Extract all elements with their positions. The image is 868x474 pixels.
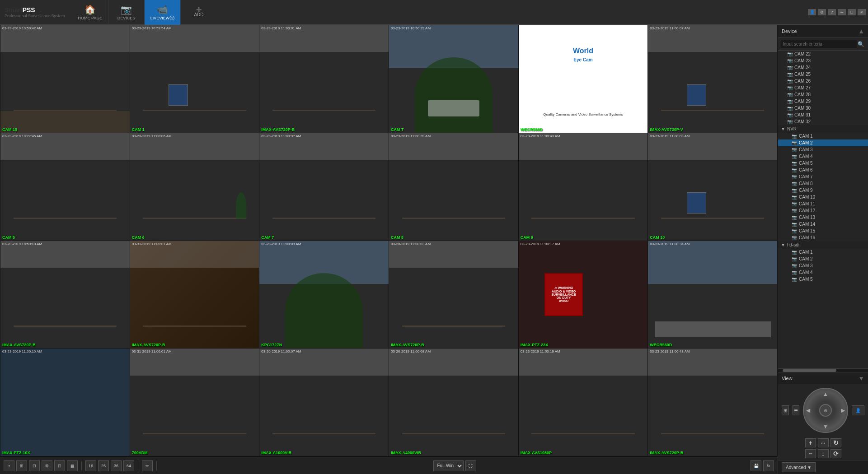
ptz-up-arrow[interactable]: ▲ bbox=[823, 391, 828, 397]
device-group-hd-sdi[interactable]: ▼ hd-sdi bbox=[778, 241, 868, 249]
cam-cell-3[interactable]: 03-23-2019 11:00:01 AM IMAX-AVS720P-B bbox=[259, 25, 389, 133]
layout-2x2-btn[interactable]: ⊞ bbox=[16, 460, 27, 471]
cam-cell-8[interactable]: 03-23-2019 11:00:06 AM CAM 6 bbox=[130, 133, 259, 241]
refresh-btn[interactable]: ↻ bbox=[763, 460, 774, 471]
zoom-wide-btn[interactable]: ↔ bbox=[818, 438, 829, 447]
cam-cell-23[interactable]: 03-23-2019 11:00:19 AM IMAX-AVS1080P bbox=[519, 349, 648, 456]
cam-cell-11[interactable]: 03-23-2019 11:00:43 AM CAM 9 bbox=[519, 133, 648, 241]
device-item-nvr-cam15[interactable]: 📷CAM 15 bbox=[778, 228, 868, 234]
device-item-nvr-cam13[interactable]: 📷CAM 13 bbox=[778, 214, 868, 221]
nav-liveview[interactable]: 📹 LIVEVIEW(1) bbox=[145, 0, 181, 25]
nav-home[interactable]: 🏠 HOME PAGE bbox=[72, 0, 108, 25]
device-item-nvr-cam9[interactable]: 📷CAM 9 bbox=[778, 187, 868, 194]
cam-cell-13[interactable]: 03-23-2019 10:50:18 AM IMAX-AVS720P-B bbox=[0, 241, 130, 349]
layout-1x1-btn[interactable]: ▪ bbox=[4, 460, 14, 471]
view-collapse-btn[interactable]: ▼ bbox=[858, 375, 864, 382]
cam-cell-14[interactable]: 03-31-2019 11:00:01 AM IMAX-AVS720P-B bbox=[130, 241, 259, 349]
device-item-cam24[interactable]: 📷CAM 24 bbox=[778, 64, 868, 71]
device-item-nvr-cam12[interactable]: 📷CAM 12 bbox=[778, 207, 868, 214]
zoom-sync-btn[interactable]: ⟳ bbox=[830, 449, 841, 458]
device-item-nvr-cam7[interactable]: 📷CAM 7 bbox=[778, 173, 868, 180]
advanced-btn[interactable]: Advanced ▼ bbox=[782, 462, 816, 472]
device-item-nvr-cam1[interactable]: 📷CAM 1 bbox=[778, 133, 868, 139]
cam-cell-12[interactable]: 03-23-2019 11:00:03 AM CAM 10 bbox=[648, 133, 777, 241]
device-item-nvr-cam16[interactable]: 📷CAM 16 bbox=[778, 234, 868, 241]
layout-4x4-btn[interactable]: ⊠ bbox=[42, 460, 52, 471]
cam-cell-17[interactable]: ⚠ WARNINGAUDIO & VIDEOSURVEILLANCEON DUT… bbox=[519, 241, 648, 349]
ptz-ring[interactable]: ▲ ▼ ◀ ▶ ⊕ bbox=[803, 388, 848, 433]
cam-cell-22[interactable]: 03-26-2019 11:00:08 AM IMAX-A4000VIR bbox=[389, 349, 518, 456]
zoom-in-btn[interactable]: + bbox=[805, 438, 816, 447]
cam-cell-10[interactable]: 03-23-2019 11:00:39 AM CAM 8 bbox=[389, 133, 518, 241]
zoom-out-btn[interactable]: − bbox=[805, 449, 816, 458]
cam-cell-4[interactable]: 03-23-2019 10:50:29 AM CAM T bbox=[389, 25, 518, 133]
nav-devices[interactable]: 📷 DEVICES bbox=[108, 0, 145, 25]
device-item-hd-cam5[interactable]: 📷CAM 5 bbox=[778, 276, 868, 283]
device-item-cam25[interactable]: 📷CAM 25 bbox=[778, 71, 868, 78]
layout-3x3-btn[interactable]: ⊟ bbox=[29, 460, 40, 471]
layout-1p7-btn[interactable]: ▦ bbox=[67, 460, 78, 471]
layout-36-btn[interactable]: 36 bbox=[111, 460, 122, 471]
cam-cell-2[interactable]: 03-23-2019 10:59:54 AM CAM 1 bbox=[130, 25, 259, 133]
device-item-nvr-cam2[interactable]: 📷CAM 2 bbox=[778, 139, 868, 146]
search-icon[interactable]: 🔍 bbox=[858, 41, 864, 47]
device-item-cam30[interactable]: 📷CAM 30 bbox=[778, 105, 868, 112]
device-item-hd-cam3[interactable]: 📷CAM 3 bbox=[778, 262, 868, 269]
device-item-hd-cam4[interactable]: 📷CAM 4 bbox=[778, 269, 868, 276]
minimize-btn[interactable]: ─ bbox=[838, 9, 846, 15]
settings-btn[interactable]: ⚙ bbox=[818, 9, 826, 15]
cam-cell-24[interactable]: 03-23-2019 11:00:43 AM IMAX-AVS720P-B bbox=[648, 349, 777, 456]
device-item-cam28[interactable]: 📷CAM 28 bbox=[778, 91, 868, 98]
device-item-cam27[interactable]: 📷CAM 27 bbox=[778, 84, 868, 91]
device-item-cam22[interactable]: 📷CAM 22 bbox=[778, 51, 868, 57]
ptz-left-arrow[interactable]: ◀ bbox=[806, 407, 810, 414]
sidebar-scrollbar[interactable] bbox=[778, 368, 868, 372]
device-item-nvr-cam6[interactable]: 📷CAM 6 bbox=[778, 167, 868, 173]
device-item-hd-cam2[interactable]: 📷CAM 2 bbox=[778, 256, 868, 262]
cam-cell-16[interactable]: 03-28-2019 11:00:03 AM IMAX-AVS720P-B bbox=[389, 241, 518, 349]
cam-cell-6[interactable]: 03-23-2019 11:00:07 AM IMAX-AVS720P-V bbox=[648, 25, 777, 133]
fullscreen-btn[interactable]: ⛶ bbox=[465, 460, 476, 471]
layout-16-btn[interactable]: 16 bbox=[85, 460, 96, 471]
search-input[interactable] bbox=[780, 40, 857, 48]
layout-1p5-btn[interactable]: ⊡ bbox=[54, 460, 65, 471]
cam-cell-20[interactable]: 03-31-2019 11:00:01 AM 700VDM bbox=[130, 349, 259, 456]
sidebar-scroll-up[interactable]: ▲ bbox=[858, 28, 864, 35]
save-layout-btn[interactable]: 💾 bbox=[751, 460, 761, 471]
cam-cell-5[interactable]: WorldEye Cam Quality Cameras and Video S… bbox=[519, 25, 648, 133]
fullwin-select[interactable]: Full-Win Window bbox=[433, 460, 464, 471]
device-item-cam23[interactable]: 📷CAM 23 bbox=[778, 57, 868, 64]
cam-cell-21[interactable]: 03-26-2019 11:00:07 AM IMAX-A1000VIR bbox=[259, 349, 389, 456]
device-item-cam26[interactable]: 📷CAM 26 bbox=[778, 78, 868, 84]
zoom-refresh-btn[interactable]: ↻ bbox=[830, 438, 841, 447]
edit-layout-btn[interactable]: ✏ bbox=[142, 460, 153, 471]
ptz-control[interactable]: ▲ ▼ ◀ ▶ ⊕ bbox=[803, 388, 848, 433]
cam-cell-15[interactable]: 03-23-2019 11:00:03 AM KPC172ZN bbox=[259, 241, 389, 349]
layout-64-btn[interactable]: 64 bbox=[123, 460, 134, 471]
device-item-nvr-cam5[interactable]: 📷CAM 5 bbox=[778, 160, 868, 167]
device-item-hd-cam1[interactable]: 📷CAM 1 bbox=[778, 249, 868, 256]
device-item-cam29[interactable]: 📷CAM 29 bbox=[778, 98, 868, 105]
layout-grid-btn[interactable]: ⊞ bbox=[782, 405, 789, 415]
device-item-nvr-cam10[interactable]: 📷CAM 10 bbox=[778, 194, 868, 200]
close-btn[interactable]: ✕ bbox=[858, 9, 866, 15]
restore-btn[interactable]: □ bbox=[848, 9, 856, 15]
layout-list-btn[interactable]: ☰ bbox=[793, 405, 800, 415]
layout-25-btn[interactable]: 25 bbox=[98, 460, 109, 471]
device-item-nvr-cam14[interactable]: 📷CAM 14 bbox=[778, 221, 868, 228]
device-item-cam31[interactable]: 📷CAM 31 bbox=[778, 112, 868, 118]
device-group-nvr[interactable]: ▼ NVR bbox=[778, 125, 868, 133]
ptz-center-btn[interactable]: ⊕ bbox=[819, 404, 832, 417]
device-item-nvr-cam3[interactable]: 📷CAM 3 bbox=[778, 146, 868, 153]
user-btn[interactable]: 👤 bbox=[808, 9, 816, 15]
cam-cell-1[interactable]: 03-23-2019 10:59:42 AM CAM 15 bbox=[0, 25, 130, 133]
ptz-right-arrow[interactable]: ▶ bbox=[841, 407, 845, 414]
nav-add[interactable]: ➕ ADD bbox=[181, 0, 217, 25]
zoom-narrow-btn[interactable]: ↕ bbox=[818, 449, 829, 458]
cam-cell-7[interactable]: 03-23-2019 10:27:45 AM CAM 5 bbox=[0, 133, 130, 241]
device-item-nvr-cam4[interactable]: 📷CAM 4 bbox=[778, 153, 868, 160]
ptz-person-btn[interactable]: 👤 bbox=[852, 405, 864, 415]
cam-cell-18[interactable]: 03-23-2019 11:00:34 AM WECR560D bbox=[648, 241, 777, 349]
ptz-down-arrow[interactable]: ▼ bbox=[823, 423, 828, 430]
device-item-nvr-cam8[interactable]: 📷CAM 8 bbox=[778, 180, 868, 187]
